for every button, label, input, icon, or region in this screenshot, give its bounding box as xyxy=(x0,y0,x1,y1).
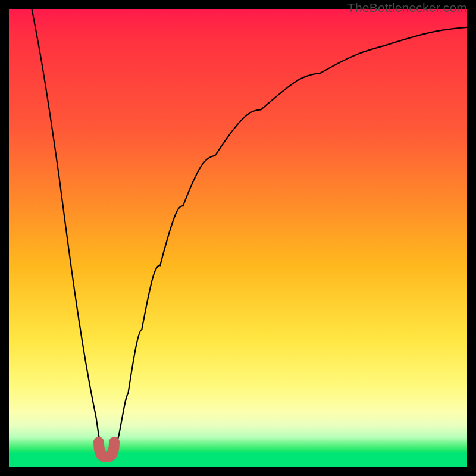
chart-frame: TheBottlenecker.com xyxy=(0,0,476,476)
bottleneck-curve-svg xyxy=(9,9,467,467)
bottleneck-curve xyxy=(32,9,468,459)
optimal-marker xyxy=(99,442,114,457)
watermark-text: TheBottlenecker.com xyxy=(347,1,467,15)
